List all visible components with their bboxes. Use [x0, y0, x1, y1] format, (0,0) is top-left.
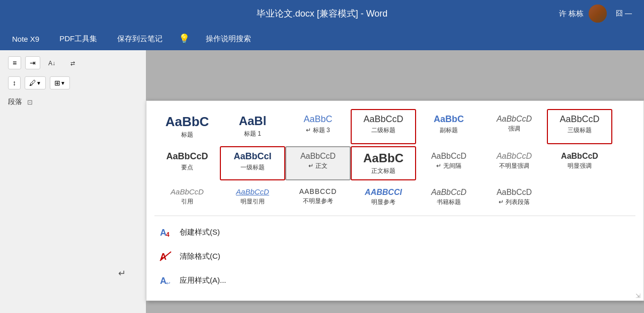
avatar[interactable]	[589, 5, 607, 23]
style-title1[interactable]: AaBl 标题 1	[220, 109, 285, 144]
toolbar-search[interactable]: 操作说明搜索	[202, 32, 255, 46]
style-row-1: AaBbC 标题 AaBl 标题 1 AaBbC ↵ 标题 3 AaBbCcD …	[154, 109, 635, 144]
style-preview-wujianxi: AaBbCcD	[420, 151, 477, 161]
style-label-shujibiaoti: 书籍标题	[420, 198, 477, 206]
return-arrow-symbol: ↵	[118, 268, 126, 278]
style-mingxian[interactable]: AaBbCcD 明显强调	[547, 146, 612, 180]
create-style-row[interactable]: A 4 创建样式(S)	[154, 220, 635, 244]
style-label-1ji: 一级标题	[224, 163, 281, 172]
style-bumqiangdiao[interactable]: AaBbCcD 不明显强调	[481, 146, 547, 180]
style-preview-liebiao: AaBbCcD	[486, 187, 543, 197]
style-preview-bumcankaao: AABBCCD	[289, 187, 347, 196]
style-label-yinyong: 引用	[158, 197, 216, 206]
style-preview-zhengwen: AaBbCcD	[289, 151, 347, 161]
style-wujianxi[interactable]: AaBbCcD ↵ 无间隔	[416, 146, 481, 180]
style-label-mxyinyong: 明显引用	[224, 197, 281, 206]
clear-format-label: 清除格式(C)	[180, 252, 220, 261]
border-btn[interactable]: ⊞ ▼	[50, 76, 70, 89]
style-row-2: AaBbCcD 要点 AaBbCcI 一级标题 AaBbCcD ↵ 正文 AaB…	[154, 146, 635, 180]
style-row-3: AaBbCcD 引用 AaBbCcD 明显引用 AABBCCD 不明显参考 AA…	[154, 182, 635, 212]
style-preview-1ji: AaBbCcI	[224, 151, 281, 162]
style-sub[interactable]: AaBbC 副标题	[416, 109, 481, 144]
paragraph-section: 段落 ⊡	[8, 95, 138, 109]
toolbar-note-x9[interactable]: Note X9	[8, 33, 43, 45]
svg-text:↩: ↩	[166, 280, 170, 286]
style-preview-bumqiangdiao: AaBbCcD	[486, 151, 543, 161]
style-yinyong[interactable]: AaBbCcD 引用	[154, 182, 220, 212]
apply-style-label: 应用样式(A)...	[180, 276, 226, 285]
style-shujibiaoti[interactable]: AaBbCcD 书籍标题	[416, 182, 481, 212]
avatar-image	[589, 5, 607, 23]
apply-style-icon: A ↩	[158, 273, 173, 287]
style-label-zhengwen: ↵ 正文	[289, 162, 347, 170]
style-preview-shujibiaoti: AaBbCcD	[420, 187, 477, 197]
style-label-title1: 标题 1	[224, 130, 281, 138]
style-label-yaodian: 要点	[158, 163, 216, 172]
style-label-mingxian: 明显强调	[551, 162, 608, 170]
window-control[interactable]: 囧 —	[612, 7, 636, 20]
toolbar-save-cloud[interactable]: 保存到云笔记	[113, 32, 167, 46]
svg-text:⇄: ⇄	[70, 60, 75, 66]
style-preview-title: AaBbC	[158, 114, 216, 130]
spacing-row: ↕ 🖊 ▼ ⊞ ▼	[8, 76, 138, 89]
style-label-sub: 副标题	[420, 126, 477, 135]
fill-color-btn[interactable]: 🖊 ▼	[25, 76, 46, 89]
style-title[interactable]: AaBbC 标题	[154, 109, 220, 144]
style-preview-mxyinyong: AaBbCcD	[224, 187, 281, 196]
style-label-zhengwenbiaoti: 正文标题	[355, 167, 412, 175]
style-1ji[interactable]: AaBbCcI 一级标题	[220, 146, 285, 180]
style-mxyinyong[interactable]: AaBbCcD 明显引用	[220, 182, 285, 212]
paragraph-label: 段落	[8, 95, 22, 109]
styles-dropdown: AaBbC 标题 AaBl 标题 1 AaBbC ↵ 标题 3 AaBbCcD …	[146, 100, 644, 301]
style-preview-3ji: AaBbCcD	[551, 114, 608, 125]
toolbar-pdf[interactable]: PDF工具集	[55, 32, 101, 46]
style-label-qiangdiao: 强调	[486, 125, 543, 133]
style-liebiao[interactable]: AaBbCcD ↵ 列表段落	[481, 182, 547, 212]
style-label-title3: ↵ 标题 3	[289, 126, 347, 135]
style-label-bumcankaao: 不明显参考	[289, 197, 347, 205]
style-zhengwen[interactable]: AaBbCcD ↵ 正文	[285, 146, 351, 180]
lightbulb-icon: 💡	[179, 33, 190, 44]
create-style-icon: A 4	[158, 225, 173, 239]
main-area: ≡ ⇥ A↓ ⇄ ↕ 🖊 ▼ ⊞ ▼	[0, 50, 644, 313]
align-left-btn[interactable]: ≡	[8, 56, 21, 69]
user-name: 许 栋栋	[559, 9, 584, 19]
line-spacing-btn[interactable]: ↕	[8, 76, 21, 89]
resize-handle[interactable]: ⇲	[635, 292, 641, 298]
create-style-label: 创建样式(S)	[180, 228, 220, 237]
style-qiangdiao[interactable]: AaBbCcD 强调	[481, 109, 547, 144]
style-yaodian[interactable]: AaBbCcD 要点	[154, 146, 220, 180]
apply-style-row[interactable]: A ↩ 应用样式(A)...	[154, 268, 635, 292]
style-preview-2ji: AaBbCcD	[355, 114, 412, 125]
style-label-wujianxi: ↵ 无间隔	[420, 162, 477, 170]
svg-text:4: 4	[166, 231, 170, 238]
title-bar: 毕业论文.docx [兼容模式] - Word 许 栋栋 囧 —	[0, 0, 644, 27]
style-label-3ji: 三级标题	[551, 126, 608, 135]
paragraph-expand-icon[interactable]: ⊡	[27, 98, 33, 106]
sort-az-icon[interactable]: A↓	[44, 55, 62, 70]
style-title3[interactable]: AaBbC ↵ 标题 3	[285, 109, 351, 144]
style-bumcankaao[interactable]: AABBCCD 不明显参考	[285, 182, 351, 212]
divider	[154, 216, 635, 216]
svg-text:A↓: A↓	[48, 60, 55, 67]
style-preview-zhengwenbiaoti: AaBbC	[355, 151, 412, 166]
sort-format-icon[interactable]: ⇄	[66, 55, 85, 70]
style-preview-yinyong: AaBbCcD	[158, 187, 216, 196]
title-bar-right: 许 栋栋 囧 —	[559, 5, 636, 23]
style-3ji[interactable]: AaBbCcD 三级标题	[547, 109, 612, 144]
style-label-mingxiancan: 明显参考	[355, 198, 412, 206]
style-label-liebiao: ↵ 列表段落	[486, 198, 543, 206]
clear-format-row[interactable]: A 清除格式(C)	[154, 244, 635, 268]
style-2ji[interactable]: AaBbCcD 二级标题	[351, 109, 416, 144]
window-title: 毕业论文.docx [兼容模式] - Word	[257, 8, 388, 20]
style-mingxiancan[interactable]: AABBCCI 明显参考	[351, 182, 416, 212]
style-zhengwenbiaoti[interactable]: AaBbC 正文标题	[351, 146, 416, 180]
style-preview-sub: AaBbC	[420, 114, 477, 125]
align-indent-btn[interactable]: ⇥	[25, 56, 40, 69]
clear-format-icon: A	[158, 249, 173, 263]
style-label-bumqiangdiao: 不明显强调	[486, 162, 543, 170]
style-preview-yaodian: AaBbCcD	[158, 151, 216, 162]
return-arrow: ↵	[118, 268, 126, 279]
style-label-2ji: 二级标题	[355, 126, 412, 135]
style-preview-qiangdiao: AaBbCcD	[486, 114, 543, 124]
